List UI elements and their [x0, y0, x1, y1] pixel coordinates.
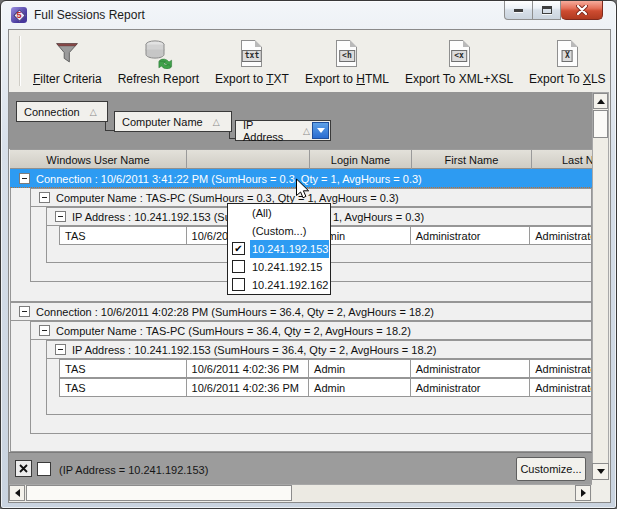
cell-first-name[interactable]: Administrator — [411, 227, 531, 244]
close-button[interactable] — [561, 1, 603, 20]
scroll-right-button[interactable] — [575, 485, 591, 501]
group-indent-line — [46, 226, 47, 263]
group-indent-line — [46, 359, 47, 415]
group-indent-line — [30, 207, 31, 282]
export-txt-button[interactable]: txt Export to TXT — [207, 34, 297, 90]
checkbox-checked-icon[interactable] — [232, 242, 245, 255]
group-footer — [10, 434, 592, 452]
col-header-first-name[interactable]: First Name — [412, 150, 532, 169]
xml-document-icon: <x — [442, 36, 476, 70]
export-html-label: Export to HTML — [305, 72, 389, 86]
export-xml-label: Export To XML+XSL — [405, 72, 513, 86]
group-footer — [30, 415, 592, 434]
toolbar: Filter Criteria Refresh Report txt — [9, 30, 610, 92]
refresh-report-button[interactable]: Refresh Report — [110, 34, 207, 90]
column-header-row: Windows User Name Login Name First Name … — [10, 149, 592, 169]
checkbox-icon[interactable] — [232, 260, 245, 273]
dropdown-item-ip-153[interactable]: 10.241.192.153 — [228, 240, 330, 258]
data-row[interactable]: TAS 10/6/2011 4:02:36 PM Admin Administr… — [59, 359, 592, 378]
group-indent-line — [10, 321, 11, 452]
group-row-computer-2[interactable]: Computer Name : TAS-PC (SumHours = 36.4,… — [30, 321, 592, 340]
filter-criteria-button[interactable]: Filter Criteria — [25, 34, 110, 90]
app-window: 5 Full Sessions Report — [0, 0, 617, 509]
col-header-login-name[interactable]: Login Name — [310, 150, 412, 169]
remove-filter-button[interactable] — [15, 460, 32, 477]
collapse-icon[interactable] — [39, 192, 50, 203]
collapse-icon[interactable] — [55, 211, 66, 222]
collapse-icon[interactable] — [55, 344, 66, 355]
caption-buttons — [504, 1, 603, 20]
toolbar-grip[interactable] — [19, 36, 21, 86]
mouse-cursor — [295, 178, 310, 202]
cell-first-name[interactable]: Administrator — [411, 379, 531, 396]
checkbox-icon[interactable] — [232, 278, 245, 291]
cell-first-name[interactable]: Administrator — [411, 360, 531, 377]
col-header-last-name[interactable]: Last Name — [532, 150, 593, 169]
dropdown-option-all[interactable]: (All) — [228, 204, 330, 222]
group-box-computer-name[interactable]: Computer Name — [114, 111, 232, 132]
sort-asc-icon — [90, 107, 97, 117]
report-grid: Connection Computer Name IP Address Wind… — [9, 92, 592, 484]
group-indent-line — [30, 340, 31, 434]
cell-login-name[interactable]: Admin — [309, 379, 411, 396]
refresh-icon — [141, 36, 175, 70]
export-html-button[interactable]: <h Export to HTML — [297, 34, 397, 90]
scroll-left-button[interactable] — [9, 485, 25, 501]
scroll-up-button[interactable] — [593, 93, 608, 109]
col-header-hidden[interactable] — [187, 150, 310, 169]
group-indent-line — [10, 188, 11, 302]
filter-dropdown-button[interactable] — [312, 122, 329, 139]
maximize-button[interactable] — [533, 1, 561, 20]
cell-windows-user-name[interactable]: TAS — [60, 227, 187, 244]
txt-document-icon: txt — [235, 36, 269, 70]
arrow-left-icon — [11, 489, 20, 497]
cell-windows-user-name[interactable]: TAS — [60, 360, 187, 377]
group-by-panel[interactable]: Connection Computer Name IP Address — [9, 92, 592, 149]
group-box-connection[interactable]: Connection — [16, 101, 108, 122]
horizontal-scroll-thumb[interactable] — [26, 485, 292, 501]
minimize-button[interactable] — [504, 1, 533, 20]
filter-criteria-label: Filter Criteria — [33, 72, 102, 86]
app-icon-glyph: 5 — [16, 11, 21, 20]
export-xml-button[interactable]: <x Export To XML+XSL — [397, 34, 521, 90]
group-box-ip-address[interactable]: IP Address — [235, 120, 331, 141]
group-row-connection-2[interactable]: Connection : 10/6/2011 4:02:28 PM (SumHo… — [10, 302, 592, 321]
window-title: Full Sessions Report — [34, 8, 145, 22]
cell-last-name[interactable]: Administrator — [530, 360, 591, 377]
customize-button[interactable]: Customize... — [516, 457, 586, 481]
dropdown-option-custom[interactable]: (Custom...) — [228, 222, 330, 240]
group-footer — [46, 397, 592, 415]
sort-asc-icon — [303, 126, 310, 136]
cell-login-time[interactable]: 10/6/2011 4:02:36 PM — [187, 360, 310, 377]
horizontal-scrollbar[interactable] — [9, 484, 592, 501]
collapse-icon[interactable] — [39, 325, 50, 336]
group-connector — [105, 122, 106, 130]
sort-asc-icon — [213, 117, 220, 127]
export-xls-button[interactable]: X Export To XLS — [521, 34, 614, 90]
vertical-scrollbar[interactable] — [592, 92, 609, 480]
scroll-down-button[interactable] — [592, 463, 609, 480]
close-filter-icon — [19, 464, 28, 473]
filter-enabled-checkbox[interactable] — [37, 462, 51, 476]
collapse-icon[interactable] — [19, 173, 30, 184]
dropdown-item-ip-162[interactable]: 10.241.192.162 — [228, 276, 330, 294]
vertical-scroll-thumb[interactable] — [593, 110, 608, 138]
title-bar[interactable]: 5 Full Sessions Report — [1, 1, 616, 29]
dropdown-arrow-icon — [317, 128, 325, 137]
cell-last-name[interactable]: Administrator — [530, 379, 591, 396]
export-txt-label: Export to TXT — [215, 72, 289, 86]
data-row[interactable]: TAS 10/6/2011 4:02:36 PM Admin Administr… — [59, 378, 592, 397]
export-xls-label: Export To XLS — [529, 72, 606, 86]
dropdown-item-ip-15x[interactable]: 10.241.192.15 — [228, 258, 330, 276]
cell-last-name[interactable]: Administrator — [530, 227, 591, 244]
app-icon: 5 — [11, 7, 27, 23]
xls-document-icon: X — [550, 36, 584, 70]
group-row-ip-2[interactable]: IP Address : 10.241.192.153 (SumHours = … — [46, 340, 592, 359]
cell-login-name[interactable]: Admin — [309, 360, 411, 377]
col-header-windows-user-name[interactable]: Windows User Name — [10, 150, 187, 169]
cell-login-time[interactable]: 10/6/2011 4:02:36 PM — [187, 379, 310, 396]
cell-windows-user-name[interactable]: TAS — [60, 379, 187, 396]
minimize-icon — [514, 9, 523, 12]
ip-address-filter-dropdown: (All) (Custom...) 10.241.192.153 10.241.… — [227, 203, 331, 295]
collapse-icon[interactable] — [19, 306, 30, 317]
